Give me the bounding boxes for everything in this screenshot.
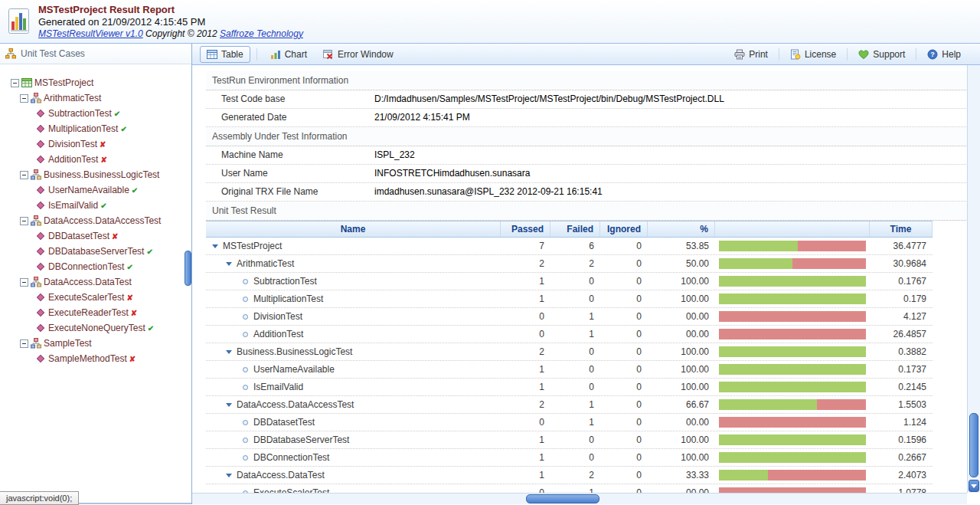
tree-node-business-businesslogictest[interactable]: Business.BusinessLogicTest	[5, 167, 190, 182]
table-row-subtractiontest[interactable]: SubtractionTest100100.000.1767	[206, 273, 933, 290]
cell-pct: 53.85	[648, 241, 715, 251]
viewer-version-link[interactable]: MSTestResultViewer v1.0	[38, 28, 143, 39]
scroll-down-button[interactable]	[969, 480, 979, 492]
tree-node-executereadertest[interactable]: ExecuteReaderTest✘	[5, 305, 190, 320]
support-button[interactable]: Support	[851, 46, 912, 63]
table-row-additiontest[interactable]: AdditionTest01000.0026.4857	[206, 326, 933, 343]
report-header: MSTestProject Result Report Generated on…	[0, 0, 980, 44]
sidebar-scrollbar-thumb[interactable]	[185, 251, 191, 286]
tree-node-label: UserNameAvailable	[48, 185, 129, 195]
tree-node-sampletest[interactable]: SampleTest	[5, 336, 190, 351]
tree-node-dbconnectiontest[interactable]: DBConnectionTest✔	[5, 259, 190, 274]
column-header-failed[interactable]: Failed	[550, 221, 600, 237]
expand-arrow-icon[interactable]	[212, 244, 218, 248]
table-row-dataaccess-dataaccesstest[interactable]: DataAccess.DataAccessTest21066.671.5503	[206, 396, 933, 414]
table-row-dbdatabaseservertest[interactable]: DBDatabaseServerTest100100.000.1596	[206, 431, 933, 449]
tree-node-label: ExecuteNoneQueryTest	[48, 323, 145, 333]
tab-table[interactable]: Table	[200, 46, 250, 63]
collapse-minus-icon[interactable]	[20, 217, 28, 225]
vertical-scrollbar-thumb[interactable]	[969, 413, 978, 477]
table-row-business-businesslogictest[interactable]: Business.BusinessLogicTest200100.000.388…	[206, 343, 933, 361]
company-link[interactable]: Saffroze Technology	[220, 28, 303, 39]
cell-progress	[715, 293, 870, 304]
method-icon	[35, 154, 46, 165]
table-row-multiplicationtest[interactable]: MultiplicationTest100100.000.179	[206, 290, 933, 308]
cell-progress	[715, 241, 870, 251]
tree-node-isemailvalid[interactable]: IsEmailValid✔	[5, 198, 190, 213]
cell-time: 36.4777	[870, 241, 933, 251]
expand-arrow-icon[interactable]	[226, 262, 232, 266]
pass-portion	[719, 276, 866, 287]
expand-arrow-icon[interactable]	[226, 350, 232, 354]
tree-node-multiplicationtest[interactable]: MultiplicationTest✔	[5, 121, 190, 136]
horizontal-scrollbar[interactable]	[192, 493, 967, 504]
info-row-original-trx-file-name: Original TRX File Nameimdadhusen.sunasar…	[206, 183, 971, 202]
collapse-minus-icon[interactable]	[20, 278, 28, 287]
tree-node-dataaccess-datatest[interactable]: DataAccess.DataTest	[5, 274, 190, 290]
table-row-mstestproject[interactable]: MSTestProject76053.8536.4777	[206, 238, 933, 255]
expand-arrow-icon[interactable]	[226, 403, 232, 407]
collapse-minus-icon[interactable]	[20, 94, 28, 103]
column-header-passed[interactable]: Passed	[501, 221, 550, 237]
collapse-minus-icon[interactable]	[20, 171, 28, 179]
pass-check-icon: ✔	[100, 202, 106, 210]
collapse-minus-icon[interactable]	[20, 339, 28, 348]
table-row-dbdatasettest[interactable]: DBDatasetTest01000.001.124	[206, 414, 933, 431]
cell-failed: 0	[550, 452, 600, 463]
cell-pct: 100.00	[648, 434, 715, 445]
column-header-ignored[interactable]: Ignored	[600, 221, 648, 237]
horizontal-scrollbar-thumb[interactable]	[526, 494, 599, 503]
leaf-bullet-icon	[243, 314, 248, 320]
pass-check-icon: ✔	[114, 110, 120, 118]
tree-node-subtractiontest[interactable]: SubtractionTest✔	[5, 106, 190, 121]
cell-name: DivisionTest	[206, 311, 501, 322]
table-row-divisiontest[interactable]: DivisionTest01000.004.127	[206, 308, 933, 326]
vertical-scrollbar[interactable]	[967, 65, 980, 493]
tree-node-usernameavailable[interactable]: UserNameAvailable✔	[5, 182, 190, 198]
test-name-text: DataAccess.DataAccessTest	[237, 399, 354, 410]
cell-passed: 1	[501, 364, 550, 375]
expand-arrow-icon[interactable]	[226, 474, 232, 477]
table-row-usernameavailable[interactable]: UserNameAvailable100100.000.1737	[206, 361, 933, 379]
action-label: Support	[873, 49, 905, 60]
table-row-isemailvalid[interactable]: IsEmailValid100100.000.2145	[206, 379, 933, 396]
cell-name: UserNameAvailable	[206, 364, 501, 375]
tree-node-dbdatabaseservertest[interactable]: DBDatabaseServerTest✔	[5, 244, 190, 259]
column-header-time[interactable]: Time	[870, 221, 933, 237]
print-button[interactable]: Print	[727, 46, 775, 63]
column-header-progress-bar[interactable]	[715, 221, 870, 237]
tree-node-divisiontest[interactable]: DivisionTest✘	[5, 136, 190, 152]
tree-node-executenonequerytest[interactable]: ExecuteNoneQueryTest✔	[5, 320, 190, 336]
collapse-minus-icon[interactable]	[11, 79, 19, 87]
tree-node-label: SampleMethodTest	[48, 353, 127, 364]
tree-node-samplemethodtest[interactable]: SampleMethodTest✘	[5, 351, 190, 366]
table-row-dbconnectiontest[interactable]: DBConnectionTest100100.000.2667	[206, 449, 933, 467]
table-row-dataaccess-datatest[interactable]: DataAccess.DataTest12033.332.4073	[206, 467, 933, 484]
tree-node-arithmatictest[interactable]: ArithmaticTest	[5, 90, 190, 106]
table-row-arithmatictest[interactable]: ArithmaticTest22050.0030.9684	[206, 255, 933, 273]
help-button[interactable]: ?Help	[920, 46, 968, 63]
column-header-name[interactable]: Name	[206, 221, 501, 237]
cell-time: 0.179	[870, 293, 933, 304]
pass-fail-bar	[719, 346, 866, 357]
pass-portion	[719, 452, 866, 463]
column-header-[interactable]: %	[648, 221, 715, 237]
tree-node-executescalertest[interactable]: ExecuteScalerTest✘	[5, 290, 190, 305]
tree-node-mstestproject[interactable]: MSTestProject	[5, 75, 190, 90]
cell-name: DBDatabaseServerTest	[206, 434, 501, 445]
tree-node-dbdatasettest[interactable]: DBDatasetTest✘	[5, 228, 190, 244]
tree-node-additiontest[interactable]: AdditionTest✘	[5, 152, 190, 167]
tree-node-dataaccess-dataaccesstest[interactable]: DataAccess.DataAccessTest	[5, 213, 190, 228]
cell-ignored: 0	[600, 364, 648, 375]
cell-ignored: 0	[600, 470, 648, 480]
cell-progress	[715, 276, 870, 287]
sidebar-title: Unit Test Cases	[21, 48, 85, 59]
tab-chart[interactable]: Chart	[263, 46, 314, 63]
leaf-bullet-icon	[243, 420, 248, 425]
cell-time: 1.5503	[870, 399, 933, 410]
tab-error-window[interactable]: Error Window	[316, 46, 400, 63]
info-value: 21/09/2012 4:15:41 PM	[374, 109, 470, 126]
license-button[interactable]: License	[783, 46, 843, 63]
fail-portion	[817, 399, 866, 410]
pass-fail-bar	[719, 452, 866, 463]
